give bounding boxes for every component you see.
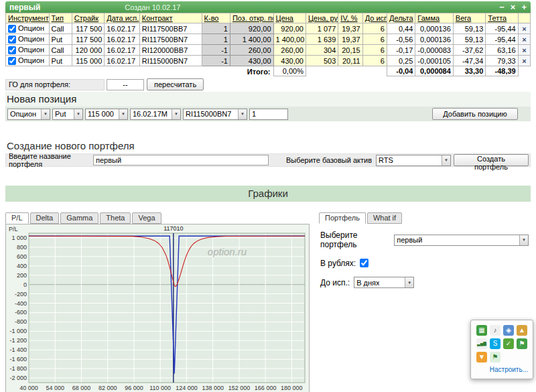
portfolio-name-input[interactable] xyxy=(93,155,269,166)
cell-qty[interactable]: 1 xyxy=(202,34,230,45)
cell-gamma: 0,000136 xyxy=(415,34,454,45)
cell-delta: 0,25 xyxy=(387,56,415,66)
portfolio-select[interactable]: первый ▼ xyxy=(394,235,529,246)
column-header-8[interactable]: Цена xyxy=(273,13,306,23)
chevron-down-icon: ▼ xyxy=(405,277,413,287)
cell-days: 6 xyxy=(362,56,387,66)
cell-qty[interactable]: -1 xyxy=(202,45,230,56)
column-header-6[interactable]: К-во xyxy=(202,13,230,23)
column-header-12[interactable]: Дельта xyxy=(387,13,415,23)
cell-open[interactable]: 260,00 xyxy=(230,45,273,56)
add-icon[interactable]: + xyxy=(521,2,527,12)
cell-vega: -47,34 xyxy=(453,56,485,66)
column-header-10[interactable]: IV, % xyxy=(338,13,362,23)
delete-row-icon[interactable]: × xyxy=(518,56,530,66)
rubles-label: В рублях: xyxy=(320,259,356,268)
svg-text:-1 200: -1 200 xyxy=(9,338,27,344)
tab-vega[interactable]: Vega xyxy=(132,212,161,224)
column-header-5[interactable]: Контракт xyxy=(139,13,202,23)
portfolio-name-label: Введите название портфеля xyxy=(6,152,93,168)
row-checkbox[interactable] xyxy=(8,57,16,65)
tab-p-l[interactable]: P/L xyxy=(5,212,29,224)
tab-delta[interactable]: Delta xyxy=(30,212,60,224)
totals-iv: 0,00% xyxy=(273,66,306,76)
column-header-15[interactable]: Тетта xyxy=(486,13,518,23)
add-position-button[interactable]: Добавить позицию xyxy=(432,108,518,120)
column-header-9[interactable]: Цена, руб. xyxy=(306,13,338,23)
cell-open[interactable]: 920,00 xyxy=(230,23,273,34)
recalculate-button[interactable]: пересчитать xyxy=(147,78,204,90)
svg-text:-400: -400 xyxy=(15,300,27,307)
svg-text:-1 000: -1 000 xyxy=(9,328,27,335)
tray-icon-security[interactable]: ⚑ xyxy=(490,352,500,363)
tray-icon-network[interactable]: ▃▅▇ xyxy=(476,338,487,349)
chevron-down-icon: ▼ xyxy=(172,109,180,119)
totals-gamma: 0,000084 xyxy=(415,66,454,76)
cell-delta: -0,17 xyxy=(387,45,415,56)
cell-contract: RI117500BN7 xyxy=(139,34,202,45)
delete-row-icon[interactable]: × xyxy=(518,23,530,34)
chevron-down-icon: ▼ xyxy=(442,155,450,166)
select-portfolio-label: Выберите портфель xyxy=(320,231,394,249)
rubles-checkbox[interactable] xyxy=(360,259,368,267)
cell-strike: 117 500 xyxy=(72,23,104,34)
tray-icon-green-app[interactable]: ▦ xyxy=(476,325,487,336)
delete-row-icon[interactable]: × xyxy=(518,34,530,45)
minimize-icon[interactable]: − xyxy=(499,2,505,12)
strike-select[interactable]: 115 000 ▼ xyxy=(85,109,128,120)
svg-text:400: 400 xyxy=(17,263,27,269)
create-portfolio-button[interactable]: Создать портфель xyxy=(454,154,529,166)
svg-text:-200: -200 xyxy=(15,291,27,298)
cell-qty[interactable]: -1 xyxy=(202,56,230,66)
svg-text:-600: -600 xyxy=(15,310,27,316)
tray-icon-messenger[interactable]: ⚑ xyxy=(517,338,527,349)
tray-icon-volume[interactable]: ♪ xyxy=(490,325,500,336)
instrument-type-select[interactable]: Опцион ▼ xyxy=(7,109,50,120)
tray-icon-skype[interactable]: S xyxy=(490,338,500,349)
cell-open[interactable]: 430,00 xyxy=(230,56,273,66)
cell-qty[interactable]: 1 xyxy=(202,23,230,34)
tray-icon-torrent[interactable]: ▼ xyxy=(476,352,487,363)
option-side-select[interactable]: Put ▼ xyxy=(52,109,83,120)
pl-chart: 1 0008006004002000-200-400-600-800-1 000… xyxy=(5,224,310,392)
quantity-input[interactable] xyxy=(249,109,288,120)
column-header-1[interactable]: Инструмент xyxy=(6,13,50,23)
tray-icon-update[interactable]: ◈ xyxy=(503,325,514,336)
watermark: option.ru xyxy=(208,246,247,257)
row-checkbox[interactable] xyxy=(8,25,16,33)
row-checkbox[interactable] xyxy=(8,36,16,44)
delete-row-icon[interactable]: × xyxy=(518,45,530,56)
portfolio-window-header: первый Создан 10.02.17 − × + xyxy=(5,1,531,13)
column-header-14[interactable]: Вега xyxy=(453,13,485,23)
column-header-13[interactable]: Гамма xyxy=(415,13,454,23)
tray-icon-shield[interactable]: ▲ xyxy=(517,325,527,336)
cell-days: 6 xyxy=(362,34,387,45)
tab-what-if[interactable]: What if xyxy=(367,212,402,224)
column-header-11[interactable]: До исп. xyxy=(362,13,387,23)
tab-gamma[interactable]: Gamma xyxy=(60,212,98,224)
cell-delta: -0,56 xyxy=(387,34,415,45)
tab-theta[interactable]: Theta xyxy=(100,212,131,224)
table-row: ОпционPut115 00016.02.17RI115000BN7-1430… xyxy=(6,56,531,66)
table-row: ОпционCall117 50016.02.17RI117500BB71920… xyxy=(6,23,531,34)
column-header-7[interactable]: Поз. откр. по xyxy=(230,13,273,23)
base-asset-select[interactable]: RTS ▼ xyxy=(376,155,451,166)
tray-icon-antivirus[interactable]: ✓ xyxy=(503,338,514,349)
tray-customize-link[interactable]: Настроить... xyxy=(471,363,533,373)
svg-text:600: 600 xyxy=(17,253,27,260)
margin-label: ГО для портфеля: xyxy=(5,79,105,90)
expiry-date-select[interactable]: 16.02.17М ▼ xyxy=(130,109,181,120)
days-select[interactable]: В днях ▼ xyxy=(354,277,414,288)
cell-open[interactable]: 1 400,00 xyxy=(230,34,273,45)
cell-exp: 16.02.17 xyxy=(105,23,139,34)
row-checkbox[interactable] xyxy=(8,46,16,54)
tab-портфель[interactable]: Портфель xyxy=(319,212,366,224)
column-header-4[interactable]: Дата исп. xyxy=(105,13,139,23)
totals-theta: -48,39 xyxy=(486,66,518,76)
column-header-2[interactable]: Тип xyxy=(49,13,72,23)
svg-text:-2 000: -2 000 xyxy=(9,375,27,381)
svg-text:1 000: 1 000 xyxy=(11,235,27,241)
contract-select[interactable]: RI115000BN7 ▼ xyxy=(183,109,247,120)
column-header-3[interactable]: Страйк xyxy=(72,13,104,23)
close-icon[interactable]: × xyxy=(511,2,516,12)
